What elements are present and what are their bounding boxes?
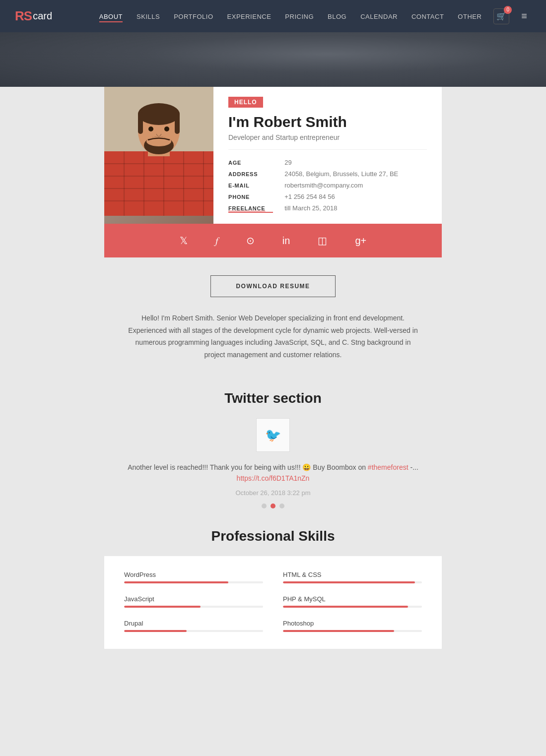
skill-bar-bg-javascript (124, 606, 263, 608)
svg-point-19 (164, 126, 169, 131)
nav-link-contact[interactable]: CONTACT (411, 13, 444, 20)
download-resume-button[interactable]: DOWNLOAD RESUME (210, 275, 335, 297)
detail-label-phone: PHONE (228, 191, 284, 202)
nav-icons: 🛒 0 ≡ (493, 8, 531, 24)
instagram-social-link[interactable]: ◫ (318, 235, 327, 247)
nav-item-experience[interactable]: EXPERIENCE (227, 12, 272, 21)
skill-label-html-css: HTML & CSS (283, 571, 422, 578)
svg-point-13 (138, 103, 180, 125)
tweet-date: October 26, 2018 3:22 pm (114, 489, 432, 497)
cart-badge: 0 (504, 6, 512, 14)
tweet-text: Another level is reached!!! Thank you fo… (114, 462, 432, 484)
detail-value-address: 24058, Belgium, Brussels, Liutte 27, BE (284, 168, 427, 180)
nav-link-calendar[interactable]: CALENDAR (360, 13, 398, 20)
nav-link-other[interactable]: OTHER (458, 13, 481, 20)
logo[interactable]: RS card (15, 8, 52, 24)
hello-tag: HELLO (228, 97, 263, 108)
nav-link-skills[interactable]: SKILLS (136, 13, 160, 20)
nav-item-about[interactable]: ABOUT (99, 12, 123, 21)
hamburger-menu-button[interactable]: ≡ (517, 8, 531, 24)
tweet-hashtag-link[interactable]: #themeforest (368, 463, 409, 471)
nav-item-pricing[interactable]: PRICING (285, 12, 314, 21)
skill-bar-bg-html-css (283, 581, 422, 583)
hero-background (0, 32, 546, 87)
detail-label-email: E-MAIL (228, 180, 284, 191)
detail-row-email: E-MAIL robertsmith@company.com (228, 180, 427, 191)
nav-link-blog[interactable]: BLOG (328, 13, 346, 20)
bio-text: Hello! I'm Robert Smith. Senior Web Deve… (114, 312, 432, 376)
skill-php-mysql: PHP & MySQL (283, 595, 422, 608)
skill-label-photoshop: Photoshop (283, 620, 422, 627)
twitter-section-title: Twitter section (114, 390, 432, 406)
skills-grid: WordPress HTML & CSS JavaScript PHP & My… (124, 571, 422, 634)
googleplus-social-link[interactable]: g+ (355, 235, 366, 247)
skill-bar-fill-wordpress (124, 581, 228, 583)
nav-item-skills[interactable]: SKILLS (136, 12, 160, 21)
nav-item-contact[interactable]: CONTACT (411, 12, 444, 21)
skill-bar-bg-drupal (124, 630, 263, 632)
social-bar: 𝕏 𝑓 ⊙ in ◫ g+ (104, 224, 442, 257)
nav-link-about[interactable]: ABOUT (99, 13, 123, 22)
download-btn-wrap: DOWNLOAD RESUME (114, 275, 432, 297)
skill-bar-bg-wordpress (124, 581, 263, 583)
svg-point-18 (148, 126, 153, 131)
nav-item-other[interactable]: OTHER (458, 12, 481, 21)
profile-title: Developer and Startup entrepreneur (228, 133, 427, 141)
skill-label-javascript: JavaScript (124, 595, 263, 603)
nav-link-experience[interactable]: EXPERIENCE (227, 13, 272, 20)
nav-links: ABOUT SKILLS PORTFOLIO EXPERIENCE PRICIN… (99, 12, 482, 21)
facebook-social-link[interactable]: 𝑓 (215, 235, 218, 247)
twitter-social-link[interactable]: 𝕏 (180, 235, 188, 247)
tweet-url-link[interactable]: https://t.co/f6D1TA1nZn (237, 474, 310, 482)
skill-label-wordpress: WordPress (124, 571, 263, 578)
detail-row-freelance: FREELANCE till March 25, 2018 (228, 202, 427, 214)
nav-item-blog[interactable]: BLOG (328, 12, 346, 21)
profile-divider (228, 149, 427, 150)
detail-value-phone: +1 256 254 84 56 (284, 191, 427, 202)
svg-rect-15 (175, 112, 180, 134)
skill-bar-bg-php-mysql (283, 606, 422, 608)
carousel-dots (114, 504, 432, 508)
detail-row-address: ADDRESS 24058, Belgium, Brussels, Liutte… (228, 168, 427, 180)
detail-row-age: AGE 29 (228, 157, 427, 168)
profile-name: I'm Robert Smith (228, 114, 427, 130)
profile-card: HELLO I'm Robert Smith Developer and Sta… (104, 87, 442, 257)
nav-item-portfolio[interactable]: PORTFOLIO (174, 12, 213, 21)
main-content: DOWNLOAD RESUME Hello! I'm Robert Smith.… (104, 275, 442, 508)
navbar: RS card ABOUT SKILLS PORTFOLIO EXPERIENC… (0, 0, 546, 32)
skill-bar-fill-html-css (283, 581, 415, 583)
detail-value-age: 29 (284, 157, 427, 168)
skill-wordpress: WordPress (124, 571, 263, 583)
profile-details: AGE 29 ADDRESS 24058, Belgium, Brussels,… (228, 157, 427, 214)
detail-value-freelance: till March 25, 2018 (284, 202, 427, 214)
twitter-icon-box[interactable]: 🐦 (256, 418, 290, 452)
profile-info: HELLO I'm Robert Smith Developer and Sta… (213, 87, 442, 224)
carousel-dot-3[interactable] (279, 504, 284, 508)
skill-label-php-mysql: PHP & MySQL (283, 595, 422, 603)
skill-label-drupal: Drupal (124, 620, 263, 627)
carousel-dot-1[interactable] (262, 504, 267, 508)
profile-top: HELLO I'm Robert Smith Developer and Sta… (104, 87, 442, 224)
cart-button[interactable]: 🛒 0 (493, 8, 509, 24)
detail-row-phone: PHONE +1 256 254 84 56 (228, 191, 427, 202)
skill-bar-fill-photoshop (283, 630, 394, 632)
linkedin-social-link[interactable]: in (282, 235, 290, 247)
skill-bar-bg-photoshop (283, 630, 422, 632)
skill-javascript: JavaScript (124, 595, 263, 608)
logo-card: card (33, 10, 52, 22)
twitter-bird-icon: 🐦 (265, 428, 281, 443)
skill-bar-fill-javascript (124, 606, 201, 608)
nav-link-portfolio[interactable]: PORTFOLIO (174, 13, 213, 20)
nav-item-calendar[interactable]: CALENDAR (360, 12, 398, 21)
profile-full-name: Robert Smith (253, 114, 346, 130)
profile-photo-svg (104, 87, 213, 216)
carousel-dot-2[interactable] (271, 504, 275, 508)
skill-photoshop: Photoshop (283, 620, 422, 632)
skills-section-title: Professional Skills (0, 528, 546, 544)
dribbble-social-link[interactable]: ⊙ (246, 235, 255, 247)
svg-rect-1 (104, 151, 213, 216)
profile-greeting: I'm (228, 114, 253, 130)
skill-drupal: Drupal (124, 620, 263, 632)
detail-label-age: AGE (228, 157, 284, 168)
nav-link-pricing[interactable]: PRICING (285, 13, 314, 20)
